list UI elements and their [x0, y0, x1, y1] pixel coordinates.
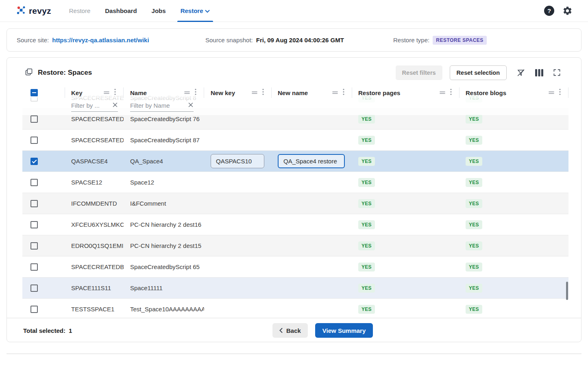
cell-name: SpaceCreatedbyScript 65 [124, 256, 204, 277]
cell-key: EDRO0Q1SQ1EMI [65, 235, 124, 256]
new-key-input[interactable] [211, 154, 264, 168]
nav-item-restore-label: Restore [181, 7, 203, 14]
restore-type-badge: RESTORE SPACES [433, 36, 487, 45]
restore-pages-badge: YES [358, 115, 375, 124]
restore-blogs-badge: YES [466, 136, 482, 145]
column-header-restore-blogs: Restore blogs [466, 89, 506, 96]
column-kebab-icon[interactable] [114, 89, 116, 97]
restore-pages-badge: YES [358, 220, 375, 229]
column-kebab-icon[interactable] [343, 89, 344, 97]
row-checkbox[interactable] [30, 263, 38, 271]
cell-key: SPACE111S11 [65, 278, 124, 298]
vertical-scrollbar[interactable] [566, 282, 568, 300]
row-checkbox[interactable] [30, 242, 38, 250]
help-icon[interactable] [544, 6, 554, 16]
row-checkbox[interactable] [30, 137, 38, 144]
column-menu-icon[interactable] [184, 89, 190, 96]
source-site-link[interactable]: https://revyz-qa.atlassian.net/wiki [52, 37, 149, 43]
column-menu-icon[interactable] [440, 89, 445, 96]
restore-blogs-badge: YES [466, 220, 482, 229]
back-button-label: Back [286, 327, 301, 334]
top-nav: revyz Restore Dashboard Jobs Restore [0, 0, 588, 22]
cell-name: Space11111 [124, 278, 204, 298]
source-snapshot-label: Source snapshot: [205, 37, 253, 43]
column-kebab-icon[interactable] [559, 89, 561, 97]
column-menu-icon[interactable] [332, 89, 338, 96]
reset-selection-button[interactable]: Reset selection [450, 65, 507, 80]
fullscreen-icon[interactable] [553, 69, 561, 76]
reset-filters-button[interactable]: Reset filters [396, 65, 442, 80]
column-header-new-key: New key [211, 89, 235, 96]
row-checkbox[interactable] [30, 284, 38, 292]
column-header-restore-pages: Restore pages [358, 89, 400, 96]
column-kebab-icon[interactable] [450, 89, 452, 97]
source-info-bar: Source site: https://revyz-qa.atlassian.… [7, 28, 581, 52]
table-row-selected[interactable]: QASPACSE4 QA_Space4 YES YES [22, 151, 568, 172]
restore-blogs-badge: YES [466, 115, 482, 124]
cell-name: I&FComment [124, 193, 204, 214]
back-chevron-icon [279, 327, 283, 334]
restore-blogs-badge: YES [466, 305, 482, 314]
restore-blogs-badge: YES [466, 263, 482, 271]
table-row[interactable]: EDRO0Q1SQ1EMI PC-CN hierarchy 2 dest15 Y… [22, 235, 568, 256]
view-summary-button[interactable]: View Summary [315, 323, 373, 338]
table-row[interactable]: SPACE111S11 Space11111 YES YES [22, 278, 568, 299]
table-body: SPACECRESEATED SpaceCreatedbyScript 8 YE… [22, 87, 568, 318]
cell-name: PC-CN hierarchy 2 dest15 [124, 235, 204, 256]
spaces-table: SPACECRESEATED SpaceCreatedbyScript 8 YE… [22, 87, 568, 318]
cell-key: XFCEU6XYSLMKC [65, 214, 124, 235]
columns-icon[interactable] [535, 69, 543, 76]
clear-filter-icon[interactable] [112, 102, 118, 109]
row-checkbox[interactable] [30, 200, 38, 207]
row-checkbox-checked[interactable] [30, 158, 38, 165]
settings-gear-icon[interactable] [562, 6, 573, 16]
nav-item-dashboard[interactable]: Dashboard [98, 0, 144, 22]
restore-type-label: Restore type: [393, 37, 429, 43]
page-bottom-divider [7, 354, 581, 354]
copy-pages-icon [25, 68, 33, 78]
table-row[interactable]: IFCOMMDENTD I&FComment YES YES [22, 193, 568, 214]
nav-item-jobs[interactable]: Jobs [144, 0, 173, 22]
row-checkbox[interactable] [30, 306, 38, 313]
row-checkbox[interactable] [30, 179, 38, 186]
row-checkbox[interactable] [30, 115, 38, 123]
table-footer: Total selected: 1 Back View Summary [7, 318, 581, 342]
back-button[interactable]: Back [272, 323, 308, 338]
restore-spaces-panel: Restore: Spaces Reset filters Reset sele… [7, 57, 581, 342]
restore-blogs-badge: YES [466, 199, 482, 208]
table-row[interactable]: TESTSSPACE1 Test_Space10AAAAAAAAA YES YE… [22, 299, 568, 318]
column-kebab-icon[interactable] [262, 89, 264, 97]
cell-name: Space12 [124, 172, 204, 193]
restore-pages-badge: YES [358, 284, 375, 293]
key-filter-input[interactable] [71, 102, 112, 109]
restore-blogs-badge: YES [466, 157, 482, 166]
column-kebab-icon[interactable] [195, 89, 196, 97]
column-menu-icon[interactable] [252, 89, 257, 96]
table-row[interactable]: SPACSE12 Space12 YES YES [22, 172, 568, 193]
column-header-key: Key [71, 89, 83, 96]
table-row[interactable]: XFCEU6XYSLMKC PC-CN hierarchy 2 dest16 Y… [22, 214, 568, 235]
select-all-checkbox[interactable] [30, 89, 38, 96]
cell-name: SpaceCreatedbyScript 87 [124, 130, 204, 150]
restore-pages-badge: YES [358, 136, 375, 145]
new-name-input[interactable] [278, 154, 345, 168]
restore-blogs-badge: YES [466, 241, 482, 250]
restore-pages-badge: YES [358, 178, 375, 187]
total-selected-value: 1 [69, 327, 72, 334]
brand-name: revyz [29, 6, 51, 16]
column-menu-icon[interactable] [104, 89, 109, 96]
name-filter-input[interactable] [130, 102, 188, 109]
clear-filter-icon[interactable] [188, 102, 194, 109]
column-menu-icon[interactable] [549, 89, 554, 96]
nav-item-restore-active[interactable]: Restore [173, 0, 218, 22]
row-checkbox[interactable] [30, 221, 38, 228]
table-row[interactable]: SPACECRSEATED SpaceCreatedbyScript 87 YE… [22, 130, 568, 151]
column-header-new-name: New name [278, 89, 308, 96]
nav-item-restore-muted[interactable]: Restore [62, 0, 98, 22]
main-nav: Restore Dashboard Jobs Restore [62, 0, 218, 22]
filter-off-icon[interactable] [516, 68, 525, 77]
table-row[interactable]: SPACECREATEDB SpaceCreatedbyScript 65 YE… [22, 256, 568, 278]
source-site-label: Source site: [17, 37, 49, 43]
cell-key: SPACECRSEATED [65, 130, 124, 150]
brand-logo[interactable]: revyz [15, 5, 51, 17]
